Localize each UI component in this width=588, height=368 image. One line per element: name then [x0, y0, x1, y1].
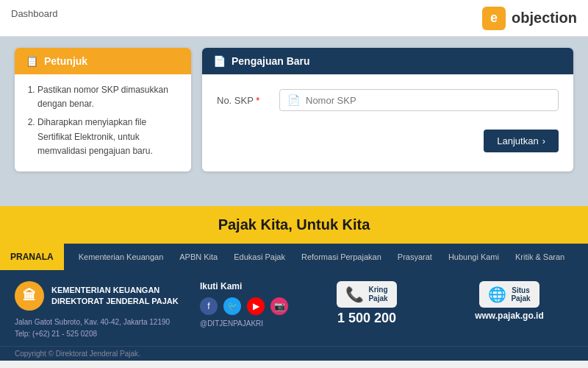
logo-icon: e	[482, 7, 506, 30]
lanjutkan-button[interactable]: Lanjutkan ›	[484, 130, 559, 152]
arrow-icon: ›	[542, 135, 545, 146]
logo-text: objection	[512, 10, 577, 26]
footer-logo-section: 🏛 KEMENTERIAN KEUANGAN DIREKTORAT JENDER…	[15, 281, 185, 340]
book-icon: 📋	[26, 55, 38, 67]
footer-logo-row: 🏛 KEMENTERIAN KEUANGAN DIREKTORAT JENDER…	[15, 281, 185, 311]
list-item: Diharapkan menyiapkan file Sertifikat El…	[37, 116, 180, 158]
footer-social-title: Ikuti Kami	[200, 281, 288, 291]
kring-text: Kring Pajak	[368, 286, 387, 303]
kring-box: 📞 Kring Pajak	[337, 281, 396, 308]
footer-website: 🌐 Situs Pajak www.pajak.go.id	[445, 281, 573, 321]
copyright: Copyright © Direktorat Jenderal Pajak.	[0, 346, 588, 361]
nav-pranala: PRANALA	[0, 244, 64, 270]
pengajuan-header: 📄 Pengajuan Baru	[202, 48, 573, 74]
phone-number: 1 500 200	[337, 311, 396, 326]
petunjuk-card: 📋 Petunjuk Pastikan nomor SKP dimasukkan…	[15, 48, 191, 171]
nav-link-keuangan[interactable]: Kementerian Keuangan	[71, 252, 171, 261]
pengajuan-title: Pengajuan Baru	[232, 55, 310, 67]
footer: 🏛 KEMENTERIAN KEUANGAN DIREKTORAT JENDER…	[0, 270, 588, 346]
pengajuan-card: 📄 Pengajuan Baru No. SKP * 📄 Lanj	[202, 48, 573, 171]
skp-label: No. SKP *	[217, 95, 268, 106]
twitter-icon[interactable]: 🐦	[223, 297, 241, 315]
breadcrumb: Dashboard	[11, 8, 58, 19]
nav-links: Kementerian Keuangan APBN Kita Edukasi P…	[64, 252, 580, 261]
skp-input[interactable]	[306, 95, 551, 106]
footer-social: Ikuti Kami f 🐦 ▶ 📷 @DITJENPAJAKRI	[200, 281, 288, 328]
footer-url[interactable]: www.pajak.go.id	[475, 311, 544, 321]
list-item: Pastikan nomor SKP dimasukkan dengan ben…	[37, 83, 180, 111]
required-mark: *	[256, 95, 259, 106]
banner-text: Pajak Kita, Untuk Kita	[218, 216, 370, 233]
logo: e objection	[482, 7, 577, 30]
petunjuk-header: 📋 Petunjuk	[15, 48, 191, 74]
instagram-icon[interactable]: 📷	[270, 297, 288, 315]
petunjuk-title: Petunjuk	[44, 55, 87, 67]
situs-box: 🌐 Situs Pajak	[479, 281, 539, 308]
globe-icon: 🌐	[488, 286, 506, 303]
file-icon: 📄	[213, 55, 226, 67]
nav-link-prasyarat[interactable]: Prasyarat	[390, 252, 440, 261]
footer-org-name: KEMENTERIAN KEUANGAN DIREKTORAT JENDERAL…	[51, 285, 179, 308]
nav-link-hubungi[interactable]: Hubungi Kami	[441, 252, 506, 261]
yellow-banner: Pajak Kita, Untuk Kita	[0, 206, 588, 244]
phone-icon: 📞	[345, 286, 364, 303]
footer-phone: 📞 Kring Pajak 1 500 200	[303, 281, 431, 326]
document-icon: 📄	[287, 94, 300, 106]
main-content: 📋 Petunjuk Pastikan nomor SKP dimasukkan…	[0, 37, 588, 206]
petunjuk-body: Pastikan nomor SKP dimasukkan dengan ben…	[15, 74, 191, 171]
nav-link-reformasi[interactable]: Reformasi Perpajakan	[294, 252, 389, 261]
header: Dashboard e objection	[0, 0, 588, 37]
petunjuk-list: Pastikan nomor SKP dimasukkan dengan ben…	[26, 83, 180, 158]
nav-bar: PRANALA Kementerian Keuangan APBN Kita E…	[0, 244, 588, 270]
nav-link-edukasi[interactable]: Edukasi Pajak	[226, 252, 293, 261]
facebook-icon[interactable]: f	[200, 297, 218, 315]
pengajuan-body: No. SKP * 📄 Lanjutkan ›	[202, 74, 573, 167]
nav-link-kritik[interactable]: Kritik & Saran	[508, 252, 572, 261]
cards-row: 📋 Petunjuk Pastikan nomor SKP dimasukkan…	[15, 48, 573, 171]
skp-input-wrapper[interactable]: 📄	[279, 89, 559, 111]
footer-address: Jalan Gatot Subroto, Kav. 40-42, Jakarta…	[15, 316, 185, 340]
footer-emblem: 🏛	[15, 281, 44, 311]
skp-form-row: No. SKP * 📄	[217, 89, 559, 111]
youtube-icon[interactable]: ▶	[247, 297, 265, 315]
social-icons: f 🐦 ▶ 📷	[200, 297, 288, 315]
situs-text: Situs Pajak	[511, 286, 530, 302]
footer-handle: @DITJENPAJAKRI	[200, 319, 288, 328]
nav-link-apbn[interactable]: APBN Kita	[172, 252, 225, 261]
